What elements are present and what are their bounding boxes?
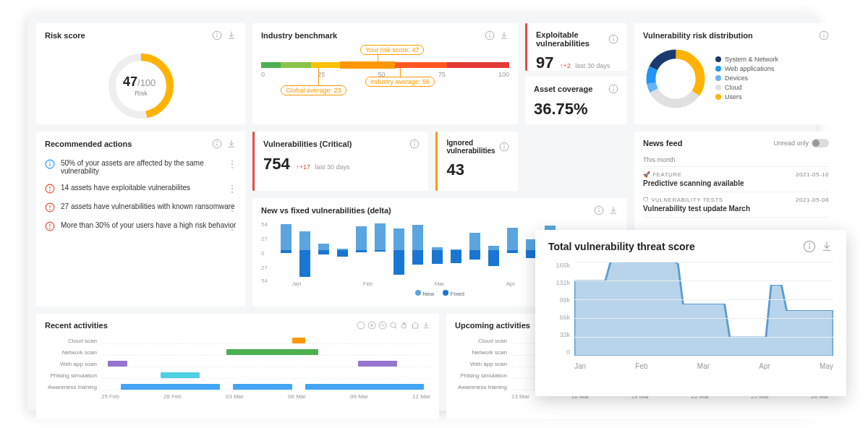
home-icon[interactable] [411,321,420,330]
info-icon[interactable] [819,30,829,40]
shield-icon: 🛡 [643,197,650,203]
industry-benchmark-card: Industry benchmark Your risk score: 47 I… [252,23,518,124]
recent-gantt: Cloud scanNetwork scanWeb app scanPhisin… [45,335,430,392]
svg-point-12 [613,37,614,38]
svg-point-15 [613,87,614,87]
card-title: Upcoming activities [455,321,530,330]
svg-text:/100: /100 [137,77,156,88]
card-title: Recommended actions [45,140,132,148]
card-title: Ignored vulnerabilities [446,139,499,155]
info-icon[interactable] [608,34,618,44]
card-title: New vs fixed vulnerabilities (delta) [261,206,391,215]
zoom-icon[interactable] [389,321,398,330]
your-score-callout: Your risk score: 47 [360,45,424,55]
info-icon[interactable] [212,30,222,40]
plus-icon[interactable] [367,321,376,330]
exploitable-value: 97 [536,54,553,71]
global-avg-callout: Global average: 23 [281,85,346,95]
svg-point-26 [217,142,218,142]
svg-point-18 [824,33,825,34]
svg-point-58 [809,244,810,244]
svg-text:Risk: Risk [135,90,148,97]
risk-gauge: 47 /100 Risk [101,46,181,119]
card-title: Risk score [45,31,85,40]
info-icon[interactable] [485,30,495,40]
card-title: News feed [643,139,682,147]
card-title: Vulnerability risk distribution [643,31,753,40]
more-icon[interactable]: ⋮ [228,159,237,169]
threat-area-chart: 165k 132k 99k 66k 33k 0 Jan Feb Mar Apr … [548,262,833,370]
vuln-critical-value: 754 [263,155,290,174]
download-icon[interactable] [226,30,237,40]
trend-arrow: ↑+17 [296,163,310,171]
info-icon[interactable] [803,240,816,253]
download-icon[interactable] [226,139,237,149]
gauge-value: 47 [122,74,137,89]
risk-distribution-card: Vulnerability risk distribution System &… [634,23,838,124]
trend-arrow: ↑+2 [560,62,571,69]
risk-score-card: Risk score 47 /100 Risk [36,23,245,124]
minus-icon[interactable] [378,321,387,330]
download-icon[interactable] [608,205,618,215]
card-title: Recent activities [45,321,108,330]
svg-point-47 [599,208,600,209]
benchmark-bar: Your risk score: 47 Industry average: 56… [261,62,509,78]
download-icon[interactable] [422,321,430,330]
svg-point-35 [50,210,51,210]
news-item[interactable]: 🛡 VULNERABILITY TESTS2021-05-08 Vulnerab… [643,192,829,218]
asset-coverage-value: 36.75% [534,100,588,119]
news-section: This month [643,153,829,167]
alert-icon [45,202,55,213]
svg-point-2 [217,33,218,34]
asset-coverage-card: Asset coverage 36.75% [525,77,627,124]
legend-item: Devices [715,74,778,82]
card-title: Vulnerabilities (Critical) [263,140,352,148]
risk-donut [643,46,708,111]
legend-item: Web applications [715,65,778,72]
industry-avg-callout: Industry average: 56 [365,77,435,87]
svg-point-38 [50,228,51,229]
legend-item: Users [715,93,778,100]
info-icon[interactable] [608,84,618,94]
svg-point-32 [50,191,51,192]
legend-item: Cloud [715,84,778,91]
rec-item[interactable]: 27 assets have vulnerabilities with know… [45,198,237,217]
unread-toggle[interactable] [812,139,829,147]
card-title: Exploitable vulnerabilities [536,30,608,48]
donut-legend: System & Network Web applications Device… [715,56,778,103]
svg-point-9 [490,33,490,34]
hand-icon[interactable] [400,321,409,330]
rec-item[interactable]: More than 30% of your users have a high … [45,217,237,236]
more-icon[interactable]: ⋮ [228,221,237,231]
info-icon[interactable] [357,321,365,330]
info-icon[interactable] [594,205,604,215]
info-icon[interactable] [499,142,509,152]
rec-item[interactable]: 14 assets have exploitable vulnerabilite… [45,179,237,198]
vuln-critical-card: Vulnerabilities (Critical) 754 ↑+17 last… [252,132,428,191]
svg-line-55 [395,327,397,329]
svg-point-29 [50,162,51,163]
news-item[interactable]: 🚀 FEATURE2021-05-10 Predictive scanning … [643,167,829,192]
info-icon [45,159,55,169]
rec-item[interactable]: 50% of your assets are affected by the s… [45,155,237,179]
recommended-actions-card: Recommended actions 50% of your assets a… [36,132,245,307]
info-icon[interactable] [409,139,420,149]
info-icon[interactable] [212,139,222,149]
more-icon[interactable]: ⋮ [228,184,237,194]
alert-icon [45,221,55,231]
ignored-vuln-card: Ignored vulnerabilities 43 [435,132,518,191]
threat-score-card: Total vulnerability threat score 165k 13… [535,230,846,396]
vuln-row: Vulnerabilities (Critical) 754 ↑+17 last… [252,132,518,191]
svg-point-41 [414,142,415,142]
more-icon[interactable]: ⋮ [228,202,237,213]
recent-activities-card: Recent activities Cloud scanNetwork scan… [36,314,439,419]
download-icon[interactable] [499,30,509,40]
svg-point-48 [357,322,365,329]
card-title: Total vulnerability threat score [548,241,695,252]
svg-point-44 [504,145,505,145]
download-icon[interactable] [820,240,833,253]
svg-point-54 [391,322,396,328]
exploit-asset-stack: Exploitable vulnerabilities 97 ↑+2 last … [525,23,627,124]
card-title: Industry benchmark [261,31,337,40]
exploitable-vuln-card: Exploitable vulnerabilities 97 ↑+2 last … [525,23,627,71]
